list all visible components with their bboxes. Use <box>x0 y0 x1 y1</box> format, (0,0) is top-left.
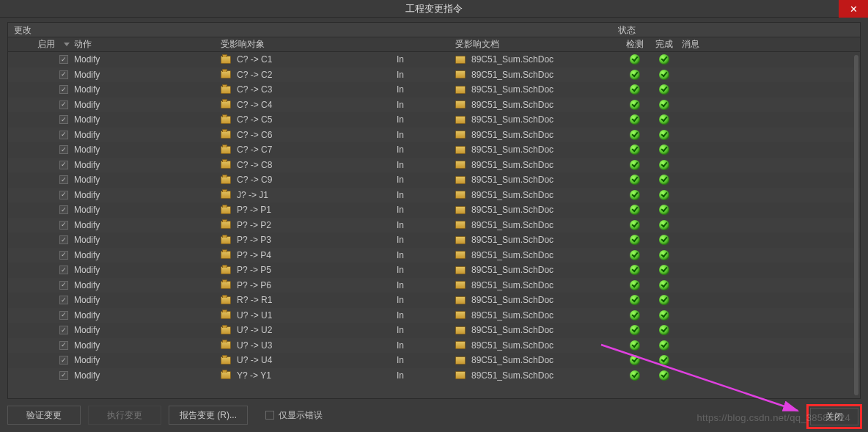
col-message[interactable]: 消息 <box>679 37 860 51</box>
in-cell: In <box>397 205 455 215</box>
in-cell: In <box>397 70 455 80</box>
enable-checkbox[interactable] <box>59 341 68 350</box>
check-icon <box>630 220 640 230</box>
enable-checkbox[interactable] <box>59 70 68 79</box>
object-cell: U? -> U3 <box>221 340 397 351</box>
in-cell: In <box>397 220 455 230</box>
doc-cell: 89C51_Sum.SchDoc <box>455 235 620 245</box>
enable-checkbox[interactable] <box>59 281 68 290</box>
table-row[interactable]: ModifyC? -> C4In89C51_Sum.SchDoc <box>8 98 860 113</box>
col-doc[interactable]: 受影响文档 <box>455 37 620 51</box>
col-object[interactable]: 受影响对象 <box>221 37 397 51</box>
enable-checkbox[interactable] <box>59 175 68 184</box>
report-button[interactable]: 报告变更 (R)... <box>169 406 248 425</box>
component-icon <box>221 161 231 169</box>
only-errors-checkbox[interactable]: 仅显示错误 <box>265 409 323 422</box>
check-icon <box>659 340 669 351</box>
document-icon <box>455 236 466 244</box>
table-row[interactable]: ModifyY? -> Y1In89C51_Sum.SchDoc <box>8 368 860 384</box>
in-cell: In <box>397 190 455 200</box>
col-enable[interactable]: 启用 <box>8 37 74 51</box>
table-row[interactable]: ModifyC? -> C6In89C51_Sum.SchDoc <box>8 128 860 143</box>
enable-checkbox[interactable] <box>59 296 68 304</box>
enable-checkbox[interactable] <box>59 161 68 169</box>
component-icon <box>221 56 231 64</box>
table-row[interactable]: ModifyJ? -> J1In89C51_Sum.SchDoc <box>8 188 860 203</box>
table-row[interactable]: ModifyU? -> U1In89C51_Sum.SchDoc <box>8 308 860 323</box>
in-cell: In <box>397 160 455 170</box>
close-button[interactable]: 关闭 <box>810 408 858 425</box>
enable-checkbox[interactable] <box>59 235 68 244</box>
object-cell: U? -> U4 <box>221 355 397 365</box>
document-icon <box>455 100 466 109</box>
table-row[interactable]: ModifyP? -> P2In89C51_Sum.SchDoc <box>8 218 860 233</box>
document-icon <box>455 191 466 199</box>
doc-cell: 89C51_Sum.SchDoc <box>455 160 620 170</box>
enable-checkbox[interactable] <box>59 85 68 94</box>
document-icon <box>455 221 466 229</box>
table-row[interactable]: ModifyR? -> R1In89C51_Sum.SchDoc <box>8 293 860 308</box>
scrollbar[interactable] <box>854 55 858 395</box>
doc-cell: 89C51_Sum.SchDoc <box>455 355 620 365</box>
enable-checkbox[interactable] <box>59 311 68 320</box>
table-row[interactable]: ModifyC? -> C5In89C51_Sum.SchDoc <box>8 112 860 128</box>
table-row[interactable]: ModifyP? -> P4In89C51_Sum.SchDoc <box>8 248 860 263</box>
check-icon <box>630 84 640 95</box>
enable-checkbox[interactable] <box>59 131 68 139</box>
enable-checkbox[interactable] <box>59 145 68 154</box>
table-row[interactable]: ModifyC? -> C2In89C51_Sum.SchDoc <box>8 67 860 83</box>
table-row[interactable]: ModifyP? -> P5In89C51_Sum.SchDoc <box>8 263 860 278</box>
table-row[interactable]: ModifyC? -> C8In89C51_Sum.SchDoc <box>8 158 860 173</box>
document-icon <box>455 131 466 139</box>
enable-checkbox[interactable] <box>59 205 68 214</box>
window-close-button[interactable]: ✕ <box>839 0 868 18</box>
table-row[interactable]: ModifyP? -> P1In89C51_Sum.SchDoc <box>8 202 860 218</box>
grid-body[interactable]: ModifyC? -> C1In89C51_Sum.SchDocModifyC?… <box>8 52 860 398</box>
table-row[interactable]: ModifyP? -> P3In89C51_Sum.SchDoc <box>8 233 860 248</box>
doc-cell: 89C51_Sum.SchDoc <box>455 144 620 155</box>
table-row[interactable]: ModifyP? -> P6In89C51_Sum.SchDoc <box>8 278 860 293</box>
enable-checkbox[interactable] <box>59 266 68 274</box>
col-action[interactable]: 动作 <box>74 37 221 51</box>
action-cell: Modify <box>74 54 221 65</box>
in-cell: In <box>397 250 455 260</box>
enable-checkbox[interactable] <box>59 251 68 260</box>
action-cell: Modify <box>74 130 221 140</box>
action-cell: Modify <box>74 220 221 230</box>
table-row[interactable]: ModifyU? -> U4In89C51_Sum.SchDoc <box>8 353 860 368</box>
component-icon <box>221 116 231 124</box>
component-icon <box>221 266 231 274</box>
object-cell: C? -> C7 <box>221 144 397 155</box>
doc-cell: 89C51_Sum.SchDoc <box>455 295 620 305</box>
table-row[interactable]: ModifyC? -> C3In89C51_Sum.SchDoc <box>8 82 860 98</box>
check-icon <box>630 265 640 275</box>
enable-checkbox[interactable] <box>59 191 68 199</box>
enable-checkbox[interactable] <box>59 55 68 64</box>
document-icon <box>455 86 466 94</box>
enable-checkbox[interactable] <box>59 371 68 380</box>
table-row[interactable]: ModifyU? -> U2In89C51_Sum.SchDoc <box>8 323 860 338</box>
table-row[interactable]: ModifyC? -> C7In89C51_Sum.SchDoc <box>8 142 860 158</box>
check-icon <box>659 310 669 321</box>
enable-checkbox[interactable] <box>59 100 68 109</box>
table-row[interactable]: ModifyU? -> U3In89C51_Sum.SchDoc <box>8 338 860 354</box>
object-cell: C? -> C4 <box>221 100 397 110</box>
execute-button[interactable]: 执行变更 <box>88 406 161 425</box>
check-icon <box>630 114 640 125</box>
validate-button[interactable]: 验证变更 <box>7 406 81 425</box>
action-cell: Modify <box>74 295 221 305</box>
col-done[interactable]: 完成 <box>650 37 679 51</box>
table-row[interactable]: ModifyC? -> C9In89C51_Sum.SchDoc <box>8 172 860 188</box>
enable-checkbox[interactable] <box>59 115 68 124</box>
in-cell: In <box>397 310 455 321</box>
table-row[interactable]: ModifyC? -> C1In89C51_Sum.SchDoc <box>8 52 860 67</box>
enable-checkbox[interactable] <box>59 221 68 230</box>
grid-header: 启用 动作 受影响对象 受影响文档 检测 完成 消息 <box>8 37 860 52</box>
enable-checkbox[interactable] <box>59 356 68 365</box>
enable-checkbox[interactable] <box>59 326 68 334</box>
close-button-highlight: 关闭 <box>806 404 862 429</box>
check-icon <box>659 114 669 125</box>
col-detect[interactable]: 检测 <box>620 37 650 51</box>
component-icon <box>221 356 231 365</box>
check-icon <box>630 144 640 155</box>
